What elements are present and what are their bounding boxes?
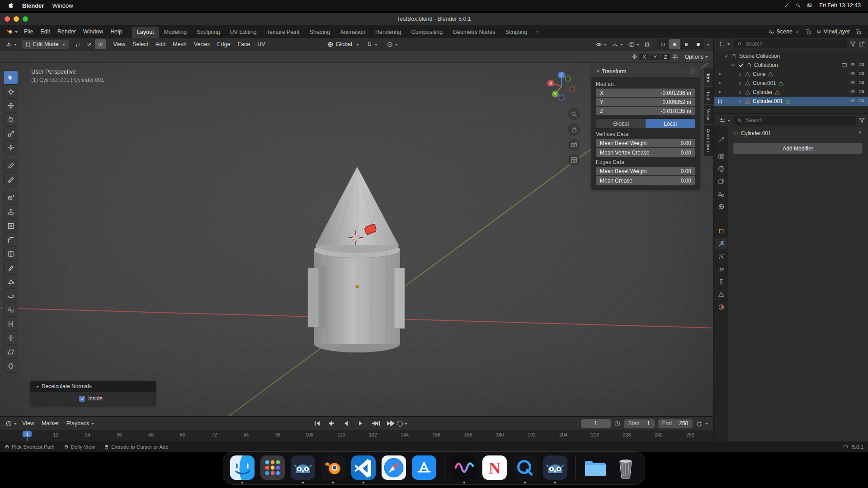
zoom-button[interactable]: [23, 16, 28, 22]
workspace-tab-layout[interactable]: Layout: [132, 27, 159, 38]
workspace-tab-scripting[interactable]: Scripting: [500, 27, 533, 38]
outliner-row-cylinder-001[interactable]: Cylinder.001: [714, 97, 868, 106]
preview-range-clock-icon[interactable]: [614, 420, 621, 427]
disable-in-render-toggle[interactable]: [859, 70, 864, 78]
menu-window[interactable]: Window: [80, 27, 107, 36]
tool-transform[interactable]: [4, 141, 18, 154]
new-view-layer-icon[interactable]: [855, 28, 862, 35]
properties-tab-modifiers[interactable]: [715, 238, 727, 249]
toggle-xray-button[interactable]: [642, 40, 653, 49]
tool-cursor[interactable]: [4, 85, 18, 98]
mirror-z-toggle[interactable]: Z: [661, 54, 670, 60]
outliner-row-cone-001[interactable]: Cone.001: [714, 79, 868, 88]
space-local-button[interactable]: Local: [646, 119, 695, 128]
jump-to-start-button[interactable]: [310, 418, 324, 428]
workspace-tab-sculpting[interactable]: Sculpting: [192, 27, 225, 38]
control-center-icon[interactable]: [807, 2, 812, 9]
viewport-menu-view[interactable]: View: [109, 40, 129, 49]
properties-tab-object-data[interactable]: [715, 289, 727, 300]
timeline-ruler[interactable]: 1224364860728496108120132144156168180192…: [0, 430, 713, 441]
dock-launchpad[interactable]: [260, 455, 285, 480]
dock-blender[interactable]: [321, 455, 346, 480]
tool-smooth[interactable]: [4, 303, 18, 316]
dock-wave-app[interactable]: [452, 455, 477, 480]
dock-vscode[interactable]: [351, 455, 376, 480]
frame-start-field[interactable]: Start1: [624, 419, 655, 428]
3d-viewport[interactable]: User Perspective (1) Cylinder.001 | Cyli…: [0, 63, 713, 416]
object-type-visibility-dropdown[interactable]: [594, 40, 609, 49]
workspace-tab-animation[interactable]: Animation: [335, 27, 371, 38]
properties-tab-physics[interactable]: [715, 263, 727, 275]
sidebar-tab-view[interactable]: View: [704, 105, 713, 124]
current-frame-field[interactable]: 1: [581, 419, 611, 428]
transform-panel-header[interactable]: Transform: [591, 66, 700, 77]
timeline-menu-view[interactable]: View: [19, 419, 38, 428]
menubar-clock[interactable]: Fri Feb 13 12:43: [819, 2, 861, 9]
properties-editor-type-dropdown[interactable]: [717, 116, 732, 125]
proportional-editing-dropdown[interactable]: [387, 41, 398, 48]
play-reverse-button[interactable]: [339, 418, 353, 428]
timeline-menu-playback[interactable]: Playback: [63, 419, 98, 428]
editor-type-dropdown[interactable]: [4, 40, 19, 49]
minimize-button[interactable]: [14, 16, 19, 22]
tool-annotate[interactable]: [4, 159, 18, 172]
playhead[interactable]: 1: [27, 430, 28, 441]
tool-shear[interactable]: [4, 345, 18, 358]
playback-sync-dropdown[interactable]: [696, 420, 708, 427]
disable-in-render-toggle[interactable]: [859, 98, 864, 105]
tool-options-dropdown[interactable]: Options: [685, 54, 708, 60]
clipping-icon[interactable]: [672, 53, 679, 60]
navigation-gizmo[interactable]: ZXY: [544, 69, 579, 103]
properties-tab-material[interactable]: [715, 301, 727, 313]
workspace-tab-compositing[interactable]: Compositing: [406, 27, 448, 38]
step-back-button[interactable]: [371, 418, 384, 428]
operator-panel-header[interactable]: Recalculate Normals: [30, 381, 156, 392]
tool-rotate[interactable]: [4, 113, 18, 126]
viewport-menu-select[interactable]: Select: [129, 40, 152, 49]
disable-in-render-toggle[interactable]: [859, 80, 864, 87]
tool-measure[interactable]: [4, 173, 18, 186]
menu-edit[interactable]: Edit: [37, 27, 54, 36]
median-z-field[interactable]: Z-0.010135 m: [596, 107, 695, 115]
select-mode-face-button[interactable]: [95, 39, 106, 49]
menu-help[interactable]: Help: [107, 27, 126, 36]
menu-render[interactable]: Render: [54, 27, 80, 36]
scene-selector[interactable]: Scene: [766, 28, 802, 36]
pin-icon[interactable]: [858, 131, 863, 136]
close-button[interactable]: [5, 16, 10, 22]
hide-in-viewport-toggle[interactable]: [850, 89, 856, 96]
panel-drag-handle-icon[interactable]: [689, 68, 696, 75]
workspace-tab-shading[interactable]: Shading: [305, 27, 335, 38]
blender-logo-menu[interactable]: [4, 28, 20, 35]
properties-tab-object[interactable]: [715, 225, 727, 237]
new-scene-icon[interactable]: [805, 28, 811, 35]
properties-tab-constraints[interactable]: [715, 276, 727, 287]
tool-inset-faces[interactable]: [4, 219, 18, 232]
snapping-dropdown[interactable]: [366, 41, 377, 48]
tool-bevel[interactable]: [4, 233, 18, 246]
outliner-row-collection[interactable]: Collection: [714, 61, 868, 70]
mode-dropdown[interactable]: Edit Mode: [22, 40, 69, 49]
search-icon[interactable]: [796, 2, 801, 9]
viewport-menu-add[interactable]: Add: [152, 40, 169, 49]
mean-crease-field[interactable]: Mean Crease0.00: [596, 176, 695, 185]
properties-tab-scene[interactable]: [715, 188, 727, 200]
jump-to-prev-keyframe-button[interactable]: [325, 418, 338, 428]
shading-wireframe-button[interactable]: [657, 39, 669, 49]
timeline-menu-marker[interactable]: Marker: [38, 419, 63, 428]
dock-godot-2[interactable]: [542, 455, 568, 480]
filter-icon[interactable]: [849, 41, 856, 47]
workspace-tab-geometry-nodes[interactable]: Geometry Nodes: [448, 27, 500, 38]
properties-search[interactable]: [734, 116, 856, 125]
outliner-row-cone[interactable]: Cone: [714, 70, 868, 79]
viewport-menu-mesh[interactable]: Mesh: [169, 40, 190, 49]
show-gizmo-dropdown[interactable]: [610, 40, 625, 49]
dock-news-app[interactable]: N: [482, 455, 507, 480]
mean-bevel-weight-field[interactable]: Mean Bevel Weight0.00: [596, 139, 695, 147]
viewport-menu-face[interactable]: Face: [234, 40, 254, 49]
workspace-tab-uv-editing[interactable]: UV Editing: [225, 27, 262, 38]
tool-poly-build[interactable]: [4, 275, 18, 288]
shading-solid-button[interactable]: [669, 39, 680, 49]
menu-file[interactable]: File: [20, 27, 37, 36]
outliner-row-scene-collection[interactable]: Scene Collection: [714, 52, 868, 61]
